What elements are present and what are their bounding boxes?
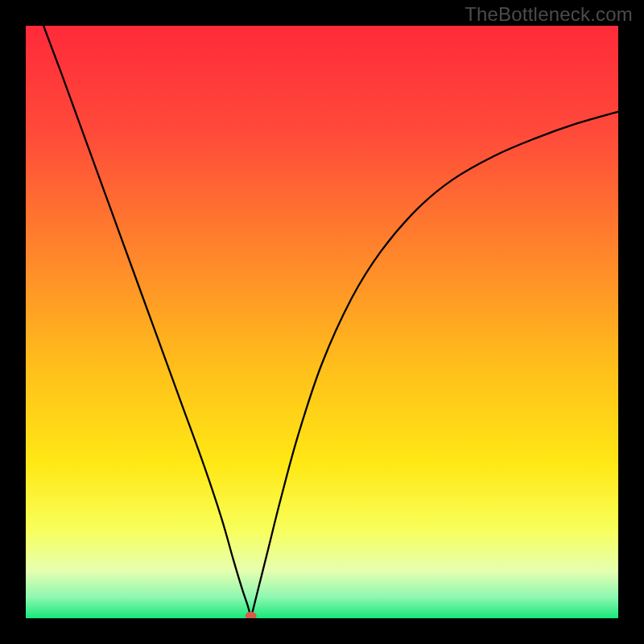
gradient-rect [26,26,618,618]
chart-frame: TheBottleneck.com [0,0,644,644]
plot-area [26,26,618,618]
chart-svg [26,26,618,618]
watermark-text: TheBottleneck.com [464,3,633,26]
